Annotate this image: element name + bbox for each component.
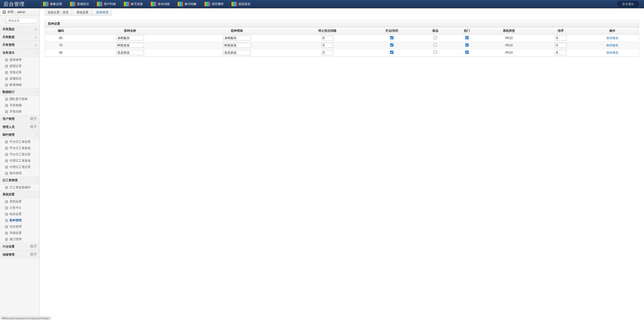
nav-item[interactable]: 平台日工资记录 [0,151,39,158]
nav-item[interactable]: 系统设置 [0,198,39,205]
sort-input[interactable] [555,50,567,55]
nav-item[interactable]: 提现请求 [0,57,39,63]
name-input[interactable] [116,50,144,55]
cell-new [420,42,451,49]
hot-checkbox[interactable] [465,36,469,39]
nav-group-head[interactable]: 数据统计- [0,88,39,96]
cell-code: 65 [45,34,76,42]
breadcrumb-segment[interactable]: 当前位置：首页 [45,9,72,16]
cell-hot [451,49,482,56]
cell-hot [451,42,482,49]
search-input[interactable] [2,18,37,23]
nav-item[interactable]: 玩法管理 [0,224,39,230]
new-checkbox[interactable] [434,43,437,47]
topnav-item[interactable]: 账号充值 [121,0,148,8]
nav-item[interactable]: 普通投注 [0,76,39,82]
nav-group-label: 契约管理 [3,133,15,137]
topnav-item[interactable]: 清空缓存 [202,0,229,8]
open-checkbox[interactable] [390,51,393,54]
panel-title: 彩种设置 [45,20,639,27]
short-input[interactable] [223,43,251,48]
nav-group-head[interactable]: 用户管理展开 [0,115,39,123]
new-checkbox[interactable] [434,36,437,39]
nav-group-label: 开奖数据 [3,35,15,39]
save-link[interactable]: 保存修改 [606,44,618,47]
topnav-item[interactable]: 返回首页 [229,0,256,8]
topnav-label: 清空缓存 [212,2,224,6]
nav-item-label: 玩法管理 [10,225,22,229]
nav-item[interactable]: 团队盈亏报表 [0,96,39,102]
nav-group-head[interactable]: 开奖预设+ [0,25,39,33]
hot-checkbox[interactable] [465,43,469,47]
nav-item[interactable]: 日工资发放操作 [0,184,39,191]
nav-item[interactable]: 彩种管理 [0,217,39,224]
welcome-row: 欢迎： admin [0,8,39,16]
nav-item[interactable]: 收款设置 [0,211,39,217]
nav-item[interactable]: 代理日工资记录 [0,164,39,170]
nav-group-head[interactable]: 契约管理- [0,131,39,139]
short-input[interactable] [223,35,251,41]
short-input[interactable] [223,50,251,55]
toggle-icon: 展开 [30,244,37,249]
nav-item[interactable]: 开奖结果 [0,109,39,115]
nav-item-label: 等级设置 [10,231,22,235]
interval-input[interactable] [321,50,333,55]
logout-wrap: 安全退出 [617,1,644,7]
nav-group-head[interactable]: 业务流水- [0,49,39,57]
nav-group-label: 六合设置 [3,244,15,249]
new-checkbox[interactable] [434,51,437,54]
nav-item[interactable]: 平台日工资发放 [0,145,39,151]
top-bar: 后台管理 参数设置普通投注用户列表账号充值发布消息账号转帐清空缓存返回首页 安全… [0,0,644,8]
nav-item[interactable]: 帐变明细 [0,82,39,88]
nav-group-head[interactable]: 管理人员展开 [0,123,39,131]
save-link[interactable]: 保存修改 [606,36,618,40]
topnav-item[interactable]: 账号转帐 [175,0,202,8]
nav-item[interactable]: 开奖检测 [0,102,39,109]
nav-group-head[interactable]: 日工资管理- [0,176,39,184]
column-header: 停止投注间隔 [291,27,364,34]
sort-input[interactable] [555,35,567,41]
breadcrumb-segment[interactable]: 系统设置 [72,9,92,16]
column-header: 编码 [45,27,76,34]
column-header: 开启/关闭 [364,27,420,34]
save-link[interactable]: 保存修改 [606,51,618,54]
nav-item-label: 公告中心 [10,206,22,210]
cell-sort [535,49,586,56]
status-url: 489houtai.haiwaiym19.top/system/type [0,316,51,320]
nav-item[interactable]: 提现记录 [0,63,39,69]
interval-input[interactable] [321,35,333,41]
nav-group-head[interactable]: 信箱管理展开 [0,251,39,259]
nav-item[interactable]: 签约管理 [0,170,39,176]
nav-item-label: 平台日工资记录 [10,152,31,157]
breadcrumb-segment[interactable]: 彩种管理 [92,9,112,16]
nav-group-head[interactable]: 开奖管理+ [0,41,39,49]
chart-icon [205,2,210,6]
cell-open [364,34,420,42]
menu-item-icon [5,98,8,101]
topnav-item[interactable]: 用户列表 [94,0,121,8]
logout-button[interactable]: 安全退出 [617,1,639,7]
chart-icon [43,2,49,6]
welcome-user: admin [17,10,25,14]
nav-group-head[interactable]: 系统设置 [0,191,39,198]
topnav-item[interactable]: 发布消息 [148,0,175,8]
hot-checkbox[interactable] [465,51,469,54]
interval-input[interactable] [321,43,333,48]
nav-item[interactable]: 公告中心 [0,205,39,211]
nav-item[interactable]: 等级设置 [0,230,39,236]
nav-item[interactable]: 平台日工资设置 [0,139,39,145]
name-input[interactable] [116,43,144,48]
menu-item-icon [5,104,8,107]
name-input[interactable] [116,35,144,41]
sort-input[interactable] [555,43,567,48]
nav-group-head[interactable]: 开奖数据+ [0,33,39,41]
nav-item[interactable]: 接口管理 [0,236,39,242]
nav-item[interactable]: 充值记录 [0,69,39,76]
cell-name [76,42,183,49]
topnav-item[interactable]: 参数设置 [40,0,67,8]
nav-group-head[interactable]: 六合设置展开 [0,242,39,251]
nav-item[interactable]: 代理日工资发放 [0,158,39,164]
open-checkbox[interactable] [390,43,393,47]
open-checkbox[interactable] [390,36,393,39]
topnav-item[interactable]: 普通投注 [67,0,94,8]
